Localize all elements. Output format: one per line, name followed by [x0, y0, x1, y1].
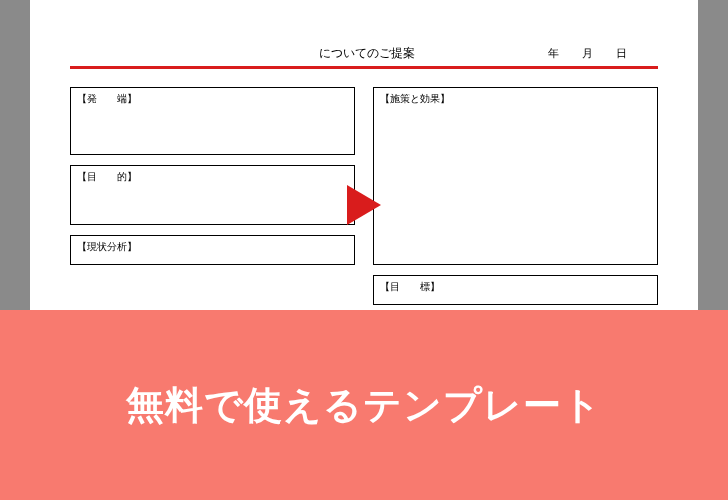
proposal-page: についてのご提案 年 月 日 【発 端】 【目 的】 【現状分析】	[30, 0, 698, 310]
header-divider	[70, 66, 658, 69]
banner-text: 無料で使えるテンプレート	[126, 380, 602, 431]
box-label-origin: 【発 端】	[77, 92, 348, 106]
box-origin: 【発 端】	[70, 87, 355, 155]
left-column: 【発 端】 【目 的】 【現状分析】	[70, 87, 355, 305]
content-grid: 【発 端】 【目 的】 【現状分析】 【施策と効果】 【目	[70, 87, 658, 305]
box-analysis: 【現状分析】	[70, 235, 355, 265]
box-purpose: 【目 的】	[70, 165, 355, 225]
right-column: 【施策と効果】 【目 標】	[373, 87, 658, 305]
box-label-goal: 【目 標】	[380, 280, 651, 294]
page-header: についてのご提案 年 月 日	[70, 45, 658, 64]
box-goal: 【目 標】	[373, 275, 658, 305]
box-label-purpose: 【目 的】	[77, 170, 348, 184]
box-measures: 【施策と効果】	[373, 87, 658, 265]
date-field: 年 月 日	[548, 46, 643, 61]
box-label-measures: 【施策と効果】	[380, 92, 651, 106]
document-preview-area: についてのご提案 年 月 日 【発 端】 【目 的】 【現状分析】	[0, 0, 728, 310]
arrow-right-icon	[347, 185, 381, 229]
promo-banner: 無料で使えるテンプレート	[0, 310, 728, 500]
box-label-analysis: 【現状分析】	[77, 240, 348, 254]
proposal-title: についてのご提案	[85, 45, 548, 62]
svg-marker-0	[347, 185, 381, 225]
